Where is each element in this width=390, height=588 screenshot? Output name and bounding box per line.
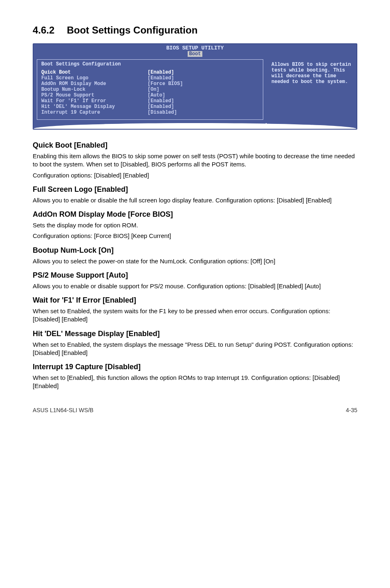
bios-setting-row: Hit 'DEL' Message Display[Enabled] [41, 104, 259, 110]
bios-panel-title: Boot Settings Configuration [41, 61, 259, 67]
bios-screenshot: BIOS SETUP UTILITY Boot Boot Settings Co… [33, 43, 357, 130]
bios-tab-row: Boot [34, 51, 356, 57]
footer-left: ASUS L1N64-SLI WS/B [33, 407, 94, 413]
setting-description: When set to Enabled, the system displays… [33, 341, 357, 357]
bios-setting-value: [Enabled] [148, 75, 174, 81]
bios-setting-label: Hit 'DEL' Message Display [41, 104, 148, 110]
setting-description: Allows you to enable or disable the full… [33, 196, 357, 204]
bios-setting-row: Quick Boot[Enabled] [41, 70, 259, 75]
setting-heading: Full Screen Logo [Enabled] [33, 185, 357, 194]
setting-heading: Hit 'DEL' Message Display [Enabled] [33, 330, 357, 338]
bios-header: BIOS SETUP UTILITY [34, 44, 356, 51]
bios-setting-row: Interrupt 19 Capture[Disabled] [41, 110, 259, 115]
setting-heading: Bootup Num-Lock [On] [33, 246, 357, 255]
setting-heading: Wait for 'F1' If Error [Enabled] [33, 296, 357, 305]
bios-setting-value: [Enabled] [148, 98, 174, 104]
setting-description: When set to Enabled, the system waits fo… [33, 307, 357, 324]
page-footer: ASUS L1N64-SLI WS/B 4-35 [33, 407, 357, 413]
footer-right: 4-35 [346, 407, 357, 413]
bios-setting-value: [Enabled] [148, 70, 174, 75]
bios-setting-label: AddOn ROM Display Mode [41, 81, 148, 87]
setting-description: Allows you to enable or disable support … [33, 282, 357, 290]
setting-heading: Quick Boot [Enabled] [33, 141, 357, 150]
bios-setting-row: Wait For 'F1' If Error[Enabled] [41, 98, 259, 104]
section-heading: 4.6.2Boot Settings Configuration [33, 25, 357, 36]
bios-setting-value: [On] [148, 87, 159, 92]
bios-setting-row: Full Screen Logo[Enabled] [41, 75, 259, 81]
bios-setting-row: Bootup Num-Lock[On] [41, 87, 259, 92]
setting-heading: PS/2 Mouse Support [Auto] [33, 271, 357, 280]
bios-setting-value: [Auto] [148, 92, 165, 98]
bios-setting-label: Wait For 'F1' If Error [41, 98, 148, 104]
bios-setting-label: Interrupt 19 Capture [41, 110, 148, 115]
bios-setting-row: PS/2 Mouse Support[Auto] [41, 92, 259, 98]
setting-description: When set to [Enabled], this function all… [33, 374, 357, 391]
setting-heading: Interrupt 19 Capture [Disabled] [33, 363, 357, 371]
bios-setting-value: [Force BIOS] [148, 81, 183, 87]
setting-description: Enabling this item allows the BIOS to sk… [33, 152, 357, 169]
bios-setting-label: Bootup Num-Lock [41, 87, 148, 92]
bios-help-text: Allows BIOS to skip certain tests while … [267, 58, 356, 124]
bios-active-tab: Boot [188, 51, 203, 57]
section-title-text: Boot Settings Configuration [67, 25, 197, 36]
setting-description: Configuration options: [Force BIOS] [Kee… [33, 232, 357, 240]
bios-setting-row: AddOn ROM Display Mode[Force BIOS] [41, 81, 259, 87]
bios-setting-value: [Disabled] [148, 110, 177, 115]
setting-description: Sets the display mode for option ROM. [33, 221, 357, 229]
bios-setting-label: Quick Boot [41, 70, 148, 75]
section-number: 4.6.2 [33, 25, 54, 36]
setting-description: Configuration options: [Disabled] [Enabl… [33, 171, 357, 180]
bios-settings-panel: Boot Settings Configuration Quick Boot[E… [37, 59, 263, 120]
setting-description: Allows you to select the power-on state … [33, 257, 357, 265]
bios-setting-value: [Enabled] [148, 104, 174, 110]
bios-setting-label: PS/2 Mouse Support [41, 92, 148, 98]
bios-setting-label: Full Screen Logo [41, 75, 148, 81]
setting-heading: AddOn ROM Display Mode [Force BIOS] [33, 210, 357, 219]
